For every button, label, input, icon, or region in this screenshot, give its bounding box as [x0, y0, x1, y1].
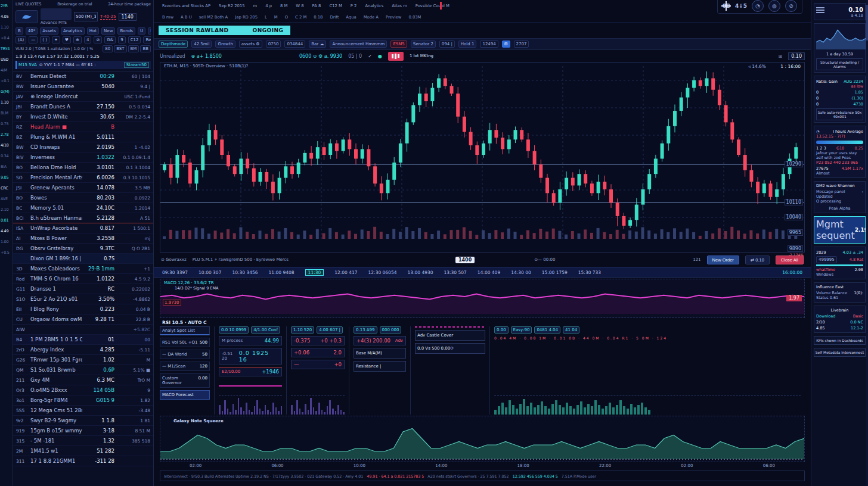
card-chip[interactable]: 4.00 607 |: [317, 326, 343, 334]
menu-item[interactable]: Possible Could M: [416, 4, 450, 8]
edge-ticker-item[interactable]: 4.49: [1, 229, 12, 233]
watch-row[interactable]: QMS1 So.031 Brwmb0.6P5.1% ■: [13, 365, 153, 375]
menu-item[interactable]: Atlas m: [392, 4, 407, 8]
watch-row[interactable]: BOBellona Dme Hold3.01010.1 3.1004: [13, 163, 153, 173]
toolbar-chip[interactable]: Announcement Hmmmm: [330, 40, 387, 48]
sidebar-tool-icon[interactable]: 9: [118, 36, 125, 43]
watch-row[interactable]: BWCD Inswaps2.01951 -4.02: [13, 142, 153, 152]
card-chip[interactable]: 1.10 520: [291, 326, 314, 334]
menu-item[interactable]: W 8: [296, 4, 303, 8]
toolbar-chip[interactable]: 12494: [480, 40, 498, 48]
toolbar-chip[interactable]: Bar ☁: [309, 40, 326, 48]
lot-input[interactable]: [74, 12, 98, 21]
sidebar-tool-icon[interactable]: —: [29, 36, 38, 43]
watch-row[interactable]: 5S512 Mega Cms 51 28r 4.21-3.48: [13, 406, 153, 416]
sidebar-tool-icon[interactable]: (A): [16, 36, 26, 43]
edge-ticker-strip[interactable]: 2YR4.051.10+0.4TRY4USD4/M+0.1G(M)1.10BLM…: [0, 0, 13, 486]
menu-item[interactable]: m: [253, 4, 258, 8]
message-panel-row[interactable]: Message panel›: [816, 189, 863, 194]
squeeze-area-chart[interactable]: Galaxy Note Squeeze: [160, 416, 805, 462]
watch-mini-row[interactable]: — DA World50: [160, 350, 210, 359]
timeline-tick[interactable]: 13:30 507: [444, 270, 467, 275]
watch-row[interactable]: BYInvest D.White30.65DM 2.2-5.4: [13, 112, 153, 122]
menu-item[interactable]: 4 p: [265, 4, 272, 8]
watch-row[interactable]: 9r2Swyr B2-9 5wgmy1 1.81 81: [13, 416, 153, 426]
submenu-item[interactable]: Aqua: [346, 15, 356, 20]
timeline-tick[interactable]: 11:30: [305, 269, 324, 276]
watch-row[interactable]: 2rOAbergy Index4.285-5.11: [13, 345, 153, 355]
watch-row[interactable]: 3DMaxes Cableadoors29-B 1mm+1: [13, 264, 153, 274]
lot-stepper-button[interactable]: ⇄ 0.10: [745, 256, 770, 264]
edge-ticker-item[interactable]: BLM: [1, 111, 12, 116]
watch-mini-row[interactable]: R51 Vol 50L +Q1500: [160, 338, 210, 347]
watch-row[interactable]: RZHead Alarm ■B: [13, 122, 153, 132]
toolbar-chip[interactable]: 42.5mil: [191, 40, 212, 48]
edge-ticker-item[interactable]: CRC: [1, 186, 12, 191]
watch-row[interactable]: G26TRmwr 15p 301 Fgrox1.02M: [13, 355, 153, 365]
edge-ticker-item[interactable]: BIA: [1, 164, 12, 169]
timeline-tick[interactable]: 10:00 307: [199, 270, 221, 275]
lot-size-box[interactable]: 0.10: [788, 52, 805, 60]
edge-ticker-item[interactable]: 1.10: [1, 100, 12, 105]
edge-ticker-item[interactable]: +0.5: [1, 250, 12, 255]
watch-mini-row[interactable]: Custom Governor0.00: [160, 373, 210, 388]
edge-ticker-item[interactable]: 2YR: [1, 4, 12, 8]
edge-ticker-item[interactable]: 0.01: [1, 218, 12, 223]
watch-row[interactable]: AIMixes B Power3.2558mj: [13, 233, 153, 244]
watch-row[interactable]: 3o1Borg-5gr F8M4G015 91.82: [13, 395, 153, 406]
card-chip[interactable]: 41 04: [563, 326, 579, 334]
submenu-item[interactable]: Jap RD 205: [235, 15, 258, 20]
submenu-item[interactable]: 0.03M: [408, 15, 421, 20]
kpi-dashboards-button[interactable]: KPIs shown in Dashboards: [814, 336, 866, 345]
buy-badge[interactable]: [388, 52, 404, 61]
watch-row[interactable]: JAV⊕ Iceage UndercutUSC 1-Fund: [13, 92, 153, 102]
submenu-item[interactable]: B mw: [162, 15, 173, 20]
sidebar-tab-chip[interactable]: Assets: [40, 27, 58, 35]
card-chip[interactable]: 0481 4.04: [534, 326, 560, 334]
toolbar-chip[interactable]: 2707: [514, 40, 529, 48]
timeline-bar[interactable]: 09:30 339710:00 30710:30 345611:00 94081…: [154, 267, 811, 278]
chart-icon[interactable]: ◍: [768, 0, 780, 12]
submenu-item[interactable]: 0.18: [314, 15, 323, 20]
block-icon[interactable]: ⊘: [785, 0, 797, 12]
submenu-item[interactable]: Mode A: [364, 15, 379, 20]
watch-row[interactable]: BCIB.h uStream Hanmar5.2128A 51: [13, 213, 153, 223]
meta-chip[interactable]: BB: [140, 45, 151, 52]
timeline-tick[interactable]: 13:00 4930: [407, 270, 433, 275]
card-chip[interactable]: 0.0 10 0999: [219, 326, 249, 334]
sidebar-tool-icon[interactable]: C12: [128, 36, 141, 43]
refresh-icon[interactable]: ⟳: [450, 346, 454, 351]
sidebar-tab-chip[interactable]: U: [138, 27, 145, 35]
sidebar-tool-icon[interactable]: ⊘: [94, 36, 102, 43]
scale-tag[interactable]: 1400: [455, 257, 475, 263]
new-order-button[interactable]: New Order: [707, 256, 739, 264]
watch-row[interactable]: BZPlung & M.WM A15.0111: [13, 132, 153, 142]
watch-row[interactable]: BOBowes80.2030.0922: [13, 193, 153, 203]
sidebar-tab-chip[interactable]: Hot: [87, 27, 99, 35]
menu-item[interactable]: C12 M: [329, 4, 342, 8]
highlight-metric-box[interactable]: Mgmt sequent 2.19: [814, 216, 866, 244]
edge-ticker-item[interactable]: USD: [1, 57, 12, 62]
watch-row[interactable]: BIVInverness1.03220.1 0.09:1.4: [13, 152, 153, 163]
toolbar-chip[interactable]: 034844: [284, 40, 305, 48]
watch-row[interactable]: Or3O.o4M5 2Bxxx114 05B9: [13, 385, 153, 395]
timeline-tick[interactable]: 11:00 9408: [269, 270, 294, 275]
edge-ticker-item[interactable]: 1.10: [1, 25, 12, 30]
timeline-tick[interactable]: 12:30 06054: [368, 270, 397, 275]
timeline-tick[interactable]: 15:30 733: [578, 270, 601, 275]
sidebar-scrollbar[interactable]: [866, 0, 868, 486]
submenu-item[interactable]: C 2 M: [295, 15, 306, 20]
header-glyph-button[interactable]: 4↓5: [735, 3, 747, 9]
submenu-item[interactable]: sell M2 Both A: [199, 15, 228, 20]
watch-row[interactable]: JBIBrandt Dunes A27.1500.5 0.034: [13, 102, 153, 112]
history-icon[interactable]: ◔: [752, 0, 764, 12]
watch-row[interactable]: ISAUnWrap Ascorbate0.8171 500:1: [13, 223, 153, 233]
metadata-interconnect-button[interactable]: Self Metadata Interconnect: [814, 348, 866, 357]
timeline-tick[interactable]: 10:30 3456: [232, 270, 258, 275]
toolbar-chip[interactable]: 094 |: [439, 40, 455, 48]
stream-chip[interactable]: Stream50: [124, 62, 149, 68]
sidebar-tool-icon[interactable]: Res: [143, 36, 151, 43]
edge-ticker-item[interactable]: 4/M: [1, 68, 12, 73]
timeline-tick[interactable]: 14:00 409: [478, 270, 500, 275]
watch-row[interactable]: G11Dransse 1RC0.22002: [13, 284, 153, 294]
